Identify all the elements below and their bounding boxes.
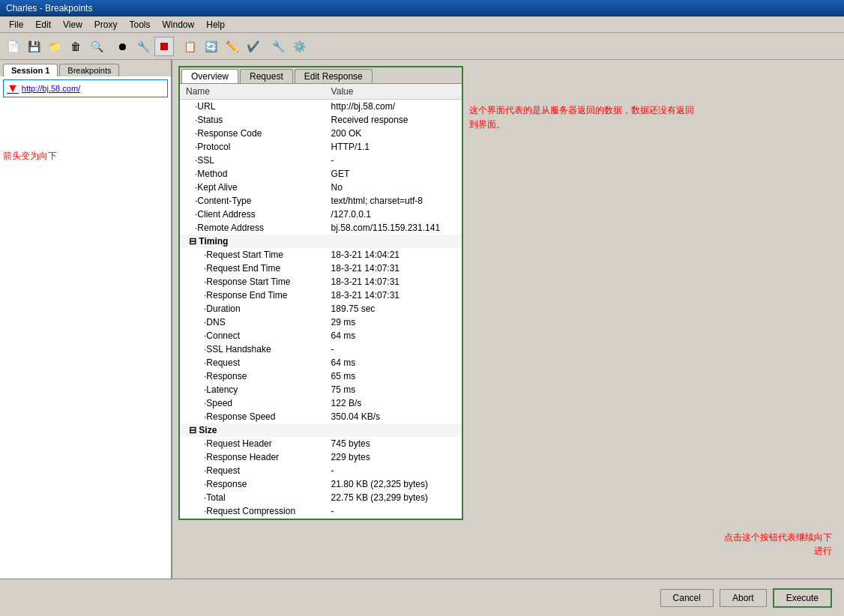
- menu-help[interactable]: Help: [200, 18, 231, 31]
- table-row: ·Response65 ms: [180, 369, 462, 383]
- table-row: ·Request Compression-: [180, 504, 462, 518]
- abort-button[interactable]: Abort: [720, 589, 767, 607]
- session-url-text: http://bj.58.com/: [22, 84, 80, 93]
- annotation-right: 这个界面代表的是从服务器返回的数据，数据还没有返回到界面。: [469, 103, 694, 520]
- toolbar-save[interactable]: 💾: [24, 37, 43, 56]
- table-row: ·Remote Addressbj.58.com/115.159.231.141: [180, 221, 462, 235]
- table-row: ·SSL-: [180, 154, 462, 167]
- toolbar-open[interactable]: 📁: [45, 37, 64, 56]
- col-name: Name: [180, 84, 325, 100]
- table-row: ·Connect64 ms: [180, 329, 462, 342]
- toolbar-check[interactable]: ✔️: [243, 37, 262, 56]
- tab-breakpoints[interactable]: Breakpoints: [59, 64, 119, 76]
- inner-tab-edit-response[interactable]: Edit Response: [295, 69, 373, 83]
- title-text: Charles - Breakpoints: [6, 3, 92, 13]
- col-value: Value: [325, 84, 462, 100]
- table-row: ·Request64 ms: [180, 356, 462, 369]
- table-row: ·StatusReceived response: [180, 113, 462, 127]
- session-url-item[interactable]: ▼ http://bj.58.com/: [3, 79, 168, 97]
- detail-scroll[interactable]: Name Value ·URLhttp://bj.58.com/·StatusR…: [180, 84, 462, 519]
- overview-table: Name Value ·URLhttp://bj.58.com/·StatusR…: [180, 84, 462, 519]
- annotation-bottom-right: 点击这个按钮代表继续向下进行: [724, 531, 832, 558]
- table-row: ·Response End Time18-3-21 14:07:31: [180, 289, 462, 302]
- table-row: ·SSL Handshake-: [180, 342, 462, 356]
- toolbar-stop[interactable]: ⏹: [154, 37, 174, 56]
- section-size: ⊟ Size: [180, 423, 462, 437]
- table-row: ·URLhttp://bj.58.com/: [180, 100, 462, 114]
- menu-bar: File Edit View Proxy Tools Window Help: [0, 16, 844, 33]
- detail-panel: Overview Request Edit Response Name Valu…: [178, 66, 463, 520]
- inner-tab-overview[interactable]: Overview: [181, 69, 238, 83]
- tab-strip: Session 1 Breakpoints: [0, 60, 171, 76]
- bottom-bar: Cancel Abort Execute: [0, 579, 844, 616]
- table-row: ·Latency75 ms: [180, 383, 462, 396]
- toolbar-record[interactable]: ⏺: [112, 37, 132, 56]
- menu-tools[interactable]: Tools: [124, 18, 157, 31]
- menu-view[interactable]: View: [57, 18, 88, 31]
- down-arrow-icon: ▼: [7, 82, 19, 95]
- cancel-button[interactable]: Cancel: [660, 589, 714, 607]
- table-row: ·MethodGET: [180, 167, 462, 181]
- right-panel: Overview Request Edit Response Name Valu…: [172, 60, 844, 600]
- menu-edit[interactable]: Edit: [29, 18, 57, 31]
- table-row: ·Request Header745 bytes: [180, 437, 462, 450]
- table-row: ·Client Address/127.0.0.1: [180, 208, 462, 221]
- table-row: ·Duration189.75 sec: [180, 302, 462, 315]
- menu-file[interactable]: File: [3, 18, 29, 31]
- table-row: ·Request-: [180, 464, 462, 477]
- table-row: ·ProtocolHTTP/1.1: [180, 140, 462, 154]
- menu-window[interactable]: Window: [157, 18, 201, 31]
- table-row: ·Response Code200 OK: [180, 127, 462, 140]
- table-row: ·Kept AliveNo: [180, 181, 462, 194]
- toolbar-settings[interactable]: 🔧: [133, 37, 153, 56]
- inner-tab-strip: Overview Request Edit Response: [180, 67, 462, 84]
- toolbar-copy[interactable]: 📋: [180, 37, 199, 56]
- toolbar-refresh[interactable]: 🔄: [201, 37, 220, 56]
- toolbar-delete[interactable]: 🗑: [66, 37, 85, 56]
- menu-proxy[interactable]: Proxy: [88, 18, 124, 31]
- toolbar-new[interactable]: 📄: [3, 37, 22, 56]
- main-right-area: Overview Request Edit Response Name Valu…: [178, 66, 838, 520]
- table-row: ·Request End Time18-3-21 14:07:31: [180, 262, 462, 275]
- toolbar-find[interactable]: 🔍: [87, 37, 106, 56]
- annotation-left: 箭头变为向下: [3, 150, 57, 163]
- toolbar-tools[interactable]: 🔧: [268, 37, 288, 56]
- table-row: ·Response Compression78.4% (gzip): [180, 518, 462, 519]
- table-row: ·Response Speed350.04 KB/s: [180, 410, 462, 423]
- table-row: ·Content-Typetext/html; charset=utf-8: [180, 194, 462, 208]
- toolbar-edit[interactable]: ✏️: [222, 37, 241, 56]
- inner-tab-request[interactable]: Request: [240, 69, 293, 83]
- annotation-bottom-text: 点击这个按钮代表继续向下进行: [724, 532, 832, 556]
- table-row: ·Response21.80 KB (22,325 bytes): [180, 477, 462, 491]
- table-row: ·Response Start Time18-3-21 14:07:31: [180, 275, 462, 289]
- main-content: Session 1 Breakpoints ▼ http://bj.58.com…: [0, 60, 844, 600]
- table-row: ·Total22.75 KB (23,299 bytes): [180, 491, 462, 504]
- left-panel: Session 1 Breakpoints ▼ http://bj.58.com…: [0, 60, 172, 600]
- title-bar: Charles - Breakpoints: [0, 0, 844, 16]
- tab-session1[interactable]: Session 1: [3, 64, 58, 76]
- table-row: ·Request Start Time18-3-21 14:04:21: [180, 248, 462, 262]
- toolbar: 📄 💾 📁 🗑 🔍 ⏺ 🔧 ⏹ 📋 🔄 ✏️ ✔️ 🔧 ⚙️: [0, 33, 844, 60]
- toolbar-config[interactable]: ⚙️: [289, 37, 309, 56]
- execute-button[interactable]: Execute: [773, 588, 832, 608]
- table-row: ·DNS29 ms: [180, 315, 462, 329]
- table-row: ·Speed122 B/s: [180, 396, 462, 410]
- table-row: ·Response Header229 bytes: [180, 450, 462, 464]
- section-timing: ⊟ Timing: [180, 235, 462, 248]
